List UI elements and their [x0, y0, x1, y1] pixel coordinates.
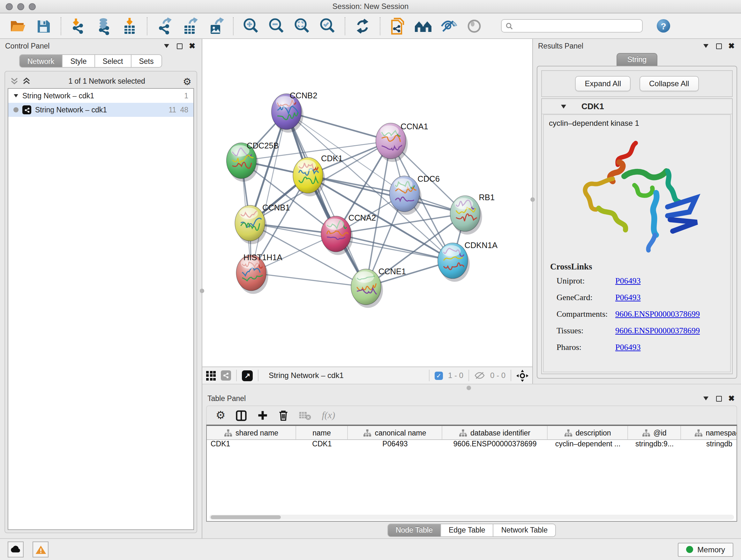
show-columns-icon[interactable] [236, 410, 247, 421]
network-node-ccnb1[interactable]: CCNB1 [235, 203, 290, 244]
panel-close-icon[interactable]: ✖ [727, 42, 736, 51]
cloud-service-button[interactable] [8, 542, 23, 557]
column-header--id[interactable]: @id [628, 426, 681, 439]
zoom-fit-icon[interactable] [289, 15, 315, 37]
zoom-in-icon[interactable] [238, 15, 264, 37]
tab-node-table[interactable]: Node Table [387, 523, 441, 537]
import-table-icon[interactable] [117, 15, 142, 37]
refresh-icon[interactable] [350, 15, 375, 37]
panel-menu-icon[interactable] [701, 42, 711, 51]
column-header-name[interactable]: name [296, 426, 348, 439]
network-node-cdc6[interactable]: CDC6 [389, 174, 440, 215]
string-import-icon[interactable] [385, 15, 410, 37]
network-canvas[interactable]: CCNB2CCNA1CDC25BCDK1CDC6RB1CCNB1CCNA2CDK… [202, 39, 532, 367]
pan-move-icon[interactable] [516, 369, 529, 381]
tab-network-table[interactable]: Network Table [494, 523, 556, 537]
zoom-out-icon[interactable] [264, 15, 289, 37]
network-collection-row[interactable]: String Network – cdk1 1 [8, 89, 193, 103]
panel-float-icon[interactable] [714, 394, 723, 403]
panel-menu-icon[interactable] [701, 394, 711, 403]
export-image-icon[interactable] [203, 15, 228, 37]
column-header-shared-name[interactable]: shared name [207, 426, 296, 439]
column-header-description[interactable]: description [548, 426, 628, 439]
show-graphics-details-icon[interactable] [461, 15, 487, 37]
crosslink-link[interactable]: P06493 [615, 342, 641, 353]
tab-sets[interactable]: Sets [131, 54, 162, 68]
tab-edge-table[interactable]: Edge Table [441, 523, 494, 537]
string-home-icon[interactable] [410, 15, 436, 37]
node-label: CCNA2 [348, 213, 376, 222]
window-title: Session: New Session [0, 2, 741, 11]
tab-style[interactable]: Style [63, 54, 95, 68]
open-session-icon[interactable] [5, 15, 30, 37]
gene-name: CDK1 [582, 102, 604, 111]
network-row[interactable]: String Network – cdk1 11 48 [8, 103, 193, 117]
birds-eye-view-icon[interactable]: ↗ [242, 370, 253, 381]
crosslink-label: Tissues: [556, 326, 615, 336]
collapse-all-button[interactable]: Collapse All [639, 76, 698, 91]
memory-button[interactable]: Memory [677, 543, 733, 557]
panel-menu-icon[interactable] [162, 42, 171, 51]
table-tabs: Node Table Edge Table Network Table [387, 523, 556, 537]
tab-string[interactable]: String [616, 53, 657, 66]
function-builder-icon: f(x) [322, 410, 335, 421]
crosslink-link[interactable]: P06493 [615, 276, 641, 286]
add-column-icon[interactable] [258, 410, 268, 421]
network-node-ccna1[interactable]: CCNA1 [376, 122, 428, 162]
enhanced-graphics-eye-icon[interactable] [436, 15, 461, 37]
export-network-icon[interactable] [152, 15, 178, 37]
grid-view-icon[interactable] [206, 371, 216, 380]
collection-collapse-icon[interactable] [14, 94, 18, 98]
network-node-cdkn1a[interactable]: CDKN1A [438, 241, 498, 282]
network-node-rb1[interactable]: RB1 [450, 193, 495, 235]
column-header-namespace[interactable]: namespace [681, 426, 737, 439]
network-node-ccnb2[interactable]: CCNB2 [272, 91, 318, 133]
delete-column-icon[interactable] [279, 410, 289, 421]
network-node-ccne1[interactable]: CCNE1 [351, 267, 406, 308]
network-selection-status: 1 of 1 Network selected [35, 77, 179, 85]
crosslink-row: Tissues:9606.ENSP00000378699 [556, 326, 725, 336]
search-input[interactable] [501, 19, 643, 33]
column-header-label: canonical name [375, 429, 426, 436]
export-table-icon[interactable] [178, 15, 203, 37]
panel-close-icon[interactable]: ✖ [188, 42, 197, 51]
import-network-database-icon[interactable] [91, 15, 117, 37]
table-options-gear-icon[interactable]: ⚙ [216, 410, 226, 421]
panel-float-icon[interactable] [175, 42, 184, 51]
node-label: CDC6 [417, 174, 440, 183]
panel-float-icon[interactable] [714, 42, 723, 51]
network-node-ccna2[interactable]: CCNA2 [321, 213, 376, 255]
zoom-selected-icon[interactable] [315, 15, 340, 37]
import-network-file-icon[interactable] [66, 15, 91, 37]
network-node-hist1h1a[interactable]: HIST1H1A [236, 253, 282, 294]
crosslink-link[interactable]: P06493 [615, 293, 641, 303]
memory-label: Memory [697, 545, 725, 554]
crosslink-row: GeneCard:P06493 [556, 293, 725, 303]
tab-select[interactable]: Select [95, 54, 131, 68]
warning-notifications-button[interactable] [32, 542, 49, 557]
column-header-label: name [313, 429, 331, 436]
horizontal-splitter[interactable] [202, 384, 741, 391]
tab-network[interactable]: Network [19, 54, 63, 68]
table-horizontal-scrollbar[interactable] [209, 515, 734, 520]
save-session-icon[interactable] [30, 15, 56, 37]
network-node-cdk1[interactable]: CDK1 [293, 154, 343, 197]
column-header-canonical-name[interactable]: canonical name [348, 426, 442, 439]
vertical-splitter-handle[interactable] [200, 289, 204, 293]
expand-all-button[interactable]: Expand All [576, 76, 630, 91]
network-options-gear-icon[interactable]: ⚙ [183, 76, 192, 86]
crosslink-link[interactable]: 9606.ENSP00000378699 [615, 326, 700, 336]
crosslinks-title: CrossLinks [550, 262, 725, 272]
help-button[interactable]: ? [657, 19, 670, 33]
selected-nodes-checkbox-icon[interactable]: ✓ [434, 371, 443, 380]
gene-collapse-icon[interactable] [561, 105, 566, 108]
hidden-elements-icon [474, 371, 485, 380]
panel-close-icon[interactable]: ✖ [727, 394, 736, 403]
expand-all-networks-icon[interactable] [10, 77, 18, 85]
network-overview-icon[interactable] [221, 370, 231, 381]
crosslink-row: Compartments:9606.ENSP00000378699 [556, 309, 725, 319]
crosslink-link[interactable]: 9606.ENSP00000378699 [615, 309, 700, 319]
collapse-all-networks-icon[interactable] [22, 77, 30, 85]
table-row[interactable]: CDK1CDK1P064939606.ENSP00000378699cyclin… [207, 440, 737, 448]
column-header-database-identifier[interactable]: database identifier [442, 426, 548, 439]
